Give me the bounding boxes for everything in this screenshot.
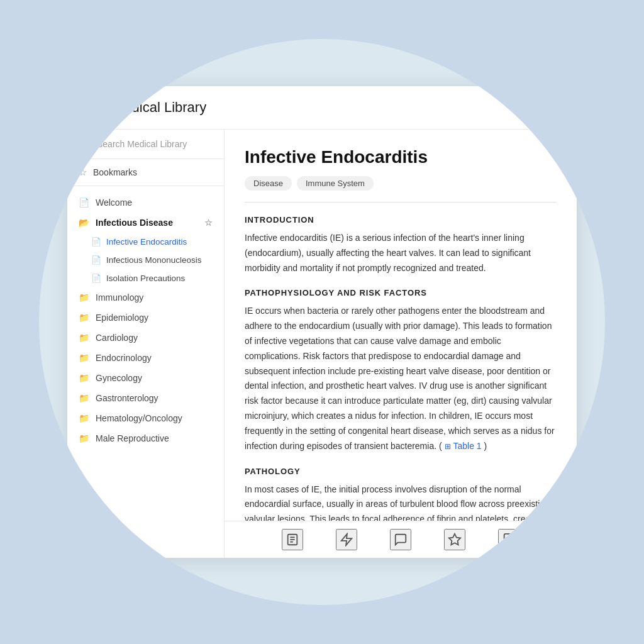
introduction-heading: INTRODUCTION — [245, 215, 557, 225]
content-scroll[interactable]: Infective Endocarditis Disease Immune Sy… — [225, 130, 577, 521]
infectious-disease-label: Infectious Disease — [96, 218, 173, 228]
app-title: Medical Library — [113, 99, 206, 116]
gynecology-label: Gynecology — [96, 373, 142, 383]
folder-icon-hematology: 📁 — [79, 413, 89, 423]
folder-open-icon: 📂 — [79, 218, 89, 228]
bookmarks-label: Bookmarks — [93, 167, 137, 177]
folder-icon-gastronterology: 📁 — [79, 393, 89, 403]
sidebar-item-gastronterology[interactable]: 📁 Gastronterology — [67, 388, 224, 408]
pathophysiology-text-after: ) — [484, 441, 487, 451]
epidemiology-label: Epidemiology — [96, 313, 148, 323]
tag-immune-system[interactable]: Immune System — [297, 176, 374, 191]
table-link-label: Table 1 — [453, 439, 482, 454]
comment-icon — [394, 533, 408, 547]
isolation-precautions-label: Isolation Precautions — [106, 274, 185, 283]
folder-icon-endocrinology: 📁 — [79, 353, 89, 363]
doc-icon-2: 📄 — [91, 255, 101, 265]
search-placeholder: Search Medical Library — [97, 139, 187, 149]
body: 🔍 Search Medical Library ☆ Bookmarks 📄 W… — [67, 130, 577, 558]
pathophysiology-text: IE occurs when bacteria or rarely other … — [245, 304, 557, 453]
welcome-label: Welcome — [96, 197, 132, 208]
sidebar-item-welcome[interactable]: 📄 Welcome — [67, 192, 224, 213]
flash-icon — [340, 533, 353, 547]
tag-disease[interactable]: Disease — [245, 176, 292, 191]
svg-marker-8 — [449, 534, 460, 545]
menu-icon — [86, 101, 99, 114]
sidebar-item-isolation-precautions[interactable]: 📄 Isolation Precautions — [67, 269, 224, 287]
sidebar-item-infectious-disease[interactable]: 📂 Infectious Disease ☆ — [67, 213, 224, 233]
bookmark-nav-icon[interactable]: ☆ — [204, 218, 213, 228]
search-bar[interactable]: 🔍 Search Medical Library — [67, 130, 224, 159]
svg-rect-2 — [87, 110, 97, 112]
sidebar-nav: 📄 Welcome 📂 Infectious Disease ☆ 📄 Infec… — [67, 186, 224, 455]
search-icon: 🔍 — [79, 138, 91, 150]
folder-icon-gynecology: 📁 — [79, 373, 89, 383]
welcome-icon: 📄 — [79, 197, 89, 208]
svg-rect-0 — [87, 104, 97, 106]
doc-icon-3: 📄 — [91, 274, 101, 283]
sidebar-item-cardiology[interactable]: 📁 Cardiology — [67, 328, 224, 348]
folder-icon-cardiology: 📁 — [79, 333, 89, 343]
download-icon — [502, 533, 516, 547]
comment-button[interactable] — [390, 529, 411, 550]
sidebar-item-epidemiology[interactable]: 📁 Epidemiology — [67, 308, 224, 328]
main-content: Infective Endocarditis Disease Immune Sy… — [225, 130, 577, 558]
bookmarks-item[interactable]: ☆ Bookmarks — [67, 159, 224, 186]
infective-endocarditis-label: Infective Endocarditis — [106, 237, 187, 247]
cardiology-label: Cardiology — [96, 333, 138, 343]
table-icon: ⊞ — [445, 440, 451, 453]
sidebar-item-hematology[interactable]: 📁 Hematology/Oncology — [67, 408, 224, 428]
article-title: Infective Endocarditis — [245, 147, 557, 167]
sidebar-item-male-reproductive[interactable]: 📁 Male Reproductive — [67, 428, 224, 448]
sidebar-item-infective-endocarditis[interactable]: 📄 Infective Endocarditis — [67, 233, 224, 251]
bookmarks-icon: ☆ — [79, 167, 87, 178]
download-button[interactable] — [498, 529, 519, 550]
sidebar-item-gynecology[interactable]: 📁 Gynecology — [67, 368, 224, 388]
flash-button[interactable] — [336, 529, 357, 550]
hematology-label: Hematology/Oncology — [96, 413, 182, 423]
folder-icon-immunology: 📁 — [79, 292, 89, 303]
introduction-text: Infective endocarditis (IE) is a serious… — [245, 231, 557, 275]
bookmark-icon — [448, 533, 462, 547]
pathology-heading: PATHOLOGY — [245, 467, 557, 476]
menu-icon-button[interactable] — [81, 96, 104, 119]
infectious-mononucleosis-label: Infectious Mononucleosis — [106, 255, 202, 265]
app-window: Medical Library 🔍 Search Medical Library… — [67, 86, 577, 558]
endocrinology-label: Endocrinology — [96, 353, 152, 363]
folder-icon-male-reproductive: 📁 — [79, 433, 89, 443]
header: Medical Library — [67, 86, 577, 130]
sidebar-item-endocrinology[interactable]: 📁 Endocrinology — [67, 348, 224, 368]
bookmark-button[interactable] — [444, 529, 465, 550]
svg-marker-7 — [341, 534, 352, 545]
outer-circle: Medical Library 🔍 Search Medical Library… — [39, 39, 605, 605]
notes-icon — [286, 533, 299, 547]
notes-button[interactable] — [282, 529, 303, 550]
sidebar-item-infectious-mononucleosis[interactable]: 📄 Infectious Mononucleosis — [67, 251, 224, 269]
svg-rect-1 — [87, 107, 97, 109]
table-1-link[interactable]: ⊞ Table 1 — [445, 439, 482, 454]
title-divider — [245, 202, 557, 203]
bottom-toolbar — [225, 521, 577, 558]
folder-icon-epidemiology: 📁 — [79, 313, 89, 323]
pathophysiology-text-before: IE occurs when bacteria or rarely other … — [245, 306, 555, 450]
sidebar-item-immunology[interactable]: 📁 Immunology — [67, 287, 224, 308]
pathophysiology-heading: PATHOPHYSIOLOGY AND RISK FACTORS — [245, 288, 557, 297]
doc-icon-1: 📄 — [91, 237, 101, 247]
tag-row: Disease Immune System — [245, 176, 557, 191]
male-reproductive-label: Male Reproductive — [96, 433, 169, 443]
sidebar: 🔍 Search Medical Library ☆ Bookmarks 📄 W… — [67, 130, 225, 558]
pathology-text: In most cases of IE, the initial process… — [245, 482, 557, 521]
gastronterology-label: Gastronterology — [96, 393, 158, 403]
immunology-label: Immunology — [96, 292, 143, 303]
